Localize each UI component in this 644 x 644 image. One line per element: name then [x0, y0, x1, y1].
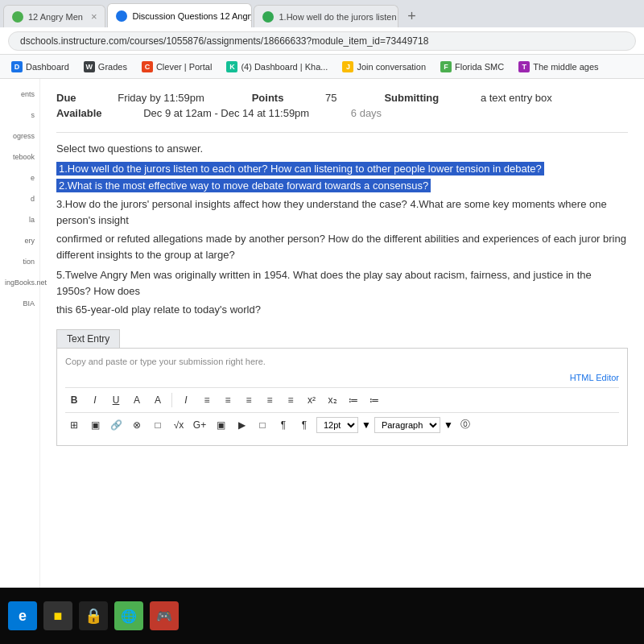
- main-content: Due Friday by 11:59pm Points 75 Submitti…: [40, 79, 644, 588]
- more-options-button[interactable]: ⓪: [456, 416, 474, 434]
- taskbar-lock-icon[interactable]: 🔒: [79, 601, 108, 630]
- unordered-list-button[interactable]: ≔: [345, 391, 362, 409]
- taskbar-edge-icon[interactable]: e: [8, 601, 37, 630]
- taskbar-folder-icon[interactable]: ■: [43, 601, 72, 630]
- question-2-block: 2.What is the most effective way to move…: [56, 180, 628, 192]
- sidebar: ents s ogress tebook e d la ery tion ing…: [0, 79, 40, 588]
- bookmark-dashboard[interactable]: D Dashboard: [6, 60, 74, 74]
- grades-icon: W: [84, 61, 95, 72]
- google-button[interactable]: G+: [191, 416, 208, 434]
- align-left-button[interactable]: ≡: [198, 391, 216, 409]
- instructions-prompt: Select two questions to answer.: [56, 142, 628, 155]
- assignment-meta: Due Friday by 11:59pm Points 75 Submitti…: [56, 92, 628, 133]
- florida-smc-icon: F: [440, 61, 452, 72]
- image-button[interactable]: ▣: [86, 416, 104, 434]
- dashboard-icon: D: [11, 61, 23, 72]
- meta-row-1: Due Friday by 11:59pm Points 75 Submitti…: [56, 92, 628, 104]
- doc-button[interactable]: □: [254, 416, 271, 434]
- align-center-button[interactable]: ≡: [219, 391, 237, 409]
- tab-favicon-active: [116, 10, 127, 22]
- ordered-list-button[interactable]: ≔: [365, 391, 383, 409]
- taskbar: e ■ 🔒 🌐 🎮: [0, 588, 644, 644]
- tab-how-well[interactable]: 1.How well do the jurors listen to ×: [254, 5, 398, 27]
- media-button[interactable]: □: [149, 416, 167, 434]
- text-entry-tab[interactable]: Text Entry: [56, 329, 120, 348]
- html-editor-link[interactable]: HTML Editor: [65, 373, 619, 382]
- paragraph-dropdown-arrow: ▼: [444, 419, 453, 431]
- question-1: 1.How well do the jurors listen to each …: [56, 162, 544, 175]
- taskbar-chrome-icon[interactable]: 🌐: [114, 601, 143, 630]
- question-2: 2.What is the most effective way to move…: [56, 179, 431, 192]
- outdent-button[interactable]: ≡: [282, 391, 299, 409]
- embed-button[interactable]: ⊗: [128, 416, 146, 434]
- text-entry-hint: Copy and paste or type your submission r…: [65, 357, 619, 366]
- sidebar-item-progress: ogress: [0, 129, 39, 143]
- sidebar-item-ery: ery: [0, 233, 39, 248]
- sidebar-item-d: d: [0, 192, 39, 206]
- tab-favicon-3: [262, 11, 274, 23]
- italic-button-2[interactable]: I: [177, 391, 195, 409]
- question-5b: this 65-year-old play relate to today's …: [56, 302, 628, 318]
- khan-icon: K: [226, 61, 237, 72]
- bookmark-clever[interactable]: C Clever | Portal: [137, 60, 217, 74]
- align-right-button[interactable]: ≡: [240, 391, 258, 409]
- browser-window: 12 Angry Men × Discussion Questions 12 A…: [0, 0, 644, 588]
- points-label: Points: [252, 92, 284, 104]
- toolbar-sep-1: [171, 393, 172, 407]
- bookmark-join-conversation[interactable]: J Join conversation: [337, 60, 431, 74]
- sidebar-item-notebook: tebook: [0, 150, 39, 164]
- sidebar-item-ingbooks: ingBooks.net: [0, 275, 39, 290]
- paragraph-select[interactable]: Paragraph: [374, 417, 440, 433]
- bookmark-khan[interactable]: K (4) Dashboard | Kha...: [221, 60, 332, 74]
- formula-button[interactable]: √x: [170, 416, 188, 434]
- tab-bar: 12 Angry Men × Discussion Questions 12 A…: [0, 0, 644, 27]
- pilcrow-button[interactable]: ¶: [295, 416, 313, 434]
- underline-button[interactable]: U: [107, 391, 125, 409]
- question-1-block: 1.How well do the jurors listen to each …: [56, 163, 628, 175]
- link-button[interactable]: 🔗: [107, 416, 125, 434]
- highlight-button[interactable]: A: [149, 391, 167, 409]
- bookmark-florida-smc[interactable]: F Florida SMC: [436, 60, 509, 74]
- page-content: ents s ogress tebook e d la ery tion ing…: [0, 79, 644, 588]
- sidebar-item-la: la: [0, 213, 39, 227]
- table-button[interactable]: ⊞: [65, 416, 83, 434]
- submitting-value: a text entry box: [481, 92, 552, 104]
- tab-close-1[interactable]: ×: [91, 10, 97, 23]
- italic-button[interactable]: I: [86, 391, 104, 409]
- available-value: Dec 9 at 12am - Dec 14 at 11:59pm: [143, 107, 309, 119]
- tab-favicon: [12, 11, 23, 23]
- bold-button[interactable]: B: [65, 391, 83, 409]
- question-3: 3.How do the jurors' personal insights a…: [56, 196, 628, 228]
- text-entry-section: Text Entry Copy and paste or type your s…: [56, 329, 628, 446]
- indent-button[interactable]: ≡: [261, 391, 279, 409]
- new-tab-button[interactable]: +: [400, 5, 423, 27]
- address-bar: dschools.instructure.com/courses/1055876…: [0, 27, 644, 55]
- available-label: Available: [56, 107, 102, 119]
- font-size-select[interactable]: 12pt: [316, 417, 358, 433]
- paragraph-mark-button[interactable]: ¶: [275, 416, 292, 434]
- editor-toolbar-row2: ⊞ ▣ 🔗 ⊗ □ √x G+ ▣ ▶ □ ¶ ¶ 12pt: [65, 412, 619, 437]
- clever-icon: C: [142, 61, 153, 72]
- taskbar-game-icon[interactable]: 🎮: [150, 601, 179, 630]
- sidebar-item-s: s: [0, 108, 39, 122]
- subscript-button[interactable]: x₂: [324, 391, 341, 409]
- font-color-button[interactable]: A: [128, 391, 146, 409]
- sidebar-item-e: e: [0, 171, 39, 185]
- join-conversation-icon: J: [342, 61, 353, 72]
- url-bar[interactable]: dschools.instructure.com/courses/1055876…: [8, 31, 636, 51]
- bookmark-middle-ages[interactable]: T The middle ages: [514, 60, 603, 74]
- bookmark-grades[interactable]: W Grades: [79, 60, 132, 74]
- record-button[interactable]: ▣: [212, 416, 229, 434]
- tab-12-angry-men[interactable]: 12 Angry Men ×: [3, 5, 105, 27]
- sidebar-item-ents: ents: [0, 87, 39, 101]
- bookmarks-bar: D Dashboard W Grades C Clever | Portal K…: [0, 55, 644, 79]
- editor-toolbar-row1: B I U A A I ≡ ≡ ≡ ≡ ≡ x² x₂ ≔: [65, 387, 619, 412]
- question-5-block: 5.Twelve Angry Men was originally writte…: [56, 267, 628, 318]
- superscript-button[interactable]: x²: [303, 391, 320, 409]
- sidebar-item-bria: BIA: [0, 296, 39, 311]
- meta-row-2: Available Dec 9 at 12am - Dec 14 at 11:5…: [56, 107, 628, 119]
- available-days: 6 days: [351, 107, 382, 119]
- video-button[interactable]: ▶: [233, 416, 250, 434]
- submitting-label: Submitting: [384, 92, 439, 104]
- tab-discussion-questions[interactable]: Discussion Questions 12 Angry M ×: [107, 3, 252, 27]
